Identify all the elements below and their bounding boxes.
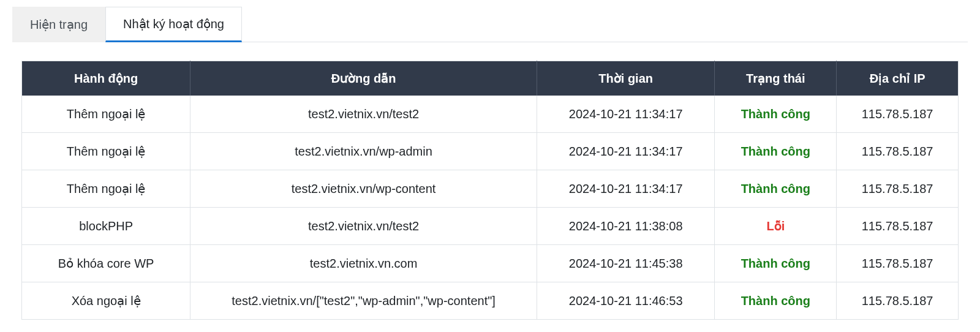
cell-time: 2024-10-21 11:38:08 [537,208,715,245]
cell-time: 2024-10-21 11:34:17 [537,96,715,133]
cell-status: Thành công [715,96,837,133]
cell-path: test2.vietnix.vn/test2 [190,208,537,245]
cell-path: test2.vietnix.vn/wp-content [190,170,537,208]
cell-path: test2.vietnix.vn/test2 [190,96,537,133]
cell-status: Thành công [715,245,837,282]
status-badge: Lỗi [766,219,785,233]
tab-status[interactable]: Hiện trạng [12,7,105,42]
table-row: Thêm ngoại lệtest2.vietnix.vn/wp-admin20… [22,133,959,170]
cell-time: 2024-10-21 11:34:17 [537,133,715,170]
header-ip: Địa chỉ IP [837,61,959,96]
cell-status: Lỗi [715,208,837,245]
header-status: Trạng thái [715,61,837,96]
cell-action: Bỏ khóa core WP [22,245,190,282]
table-header-row: Hành động Đường dẫn Thời gian Trạng thái… [22,61,959,96]
cell-action: Xóa ngoại lệ [22,282,190,320]
cell-ip: 115.78.5.187 [837,96,959,133]
cell-time: 2024-10-21 11:34:17 [537,170,715,208]
activity-log-table: Hành động Đường dẫn Thời gian Trạng thái… [21,61,959,320]
table-row: Xóa ngoại lệtest2.vietnix.vn/["test2","w… [22,282,959,320]
cell-time: 2024-10-21 11:46:53 [537,282,715,320]
status-badge: Thành công [741,182,810,195]
cell-ip: 115.78.5.187 [837,208,959,245]
cell-status: Thành công [715,133,837,170]
cell-action: Thêm ngoại lệ [22,96,190,133]
cell-ip: 115.78.5.187 [837,170,959,208]
cell-action: Thêm ngoại lệ [22,170,190,208]
status-badge: Thành công [741,107,810,121]
cell-path: test2.vietnix.vn/wp-admin [190,133,537,170]
cell-ip: 115.78.5.187 [837,282,959,320]
status-badge: Thành công [741,145,810,158]
table-row: blockPHPtest2.vietnix.vn/test22024-10-21… [22,208,959,245]
tabs-bar: Hiện trạng Nhật ký hoạt động [12,6,968,42]
cell-ip: 115.78.5.187 [837,245,959,282]
header-time: Thời gian [537,61,715,96]
header-path: Đường dẫn [190,61,537,96]
cell-ip: 115.78.5.187 [837,133,959,170]
tab-activity-log[interactable]: Nhật ký hoạt động [105,7,242,42]
status-badge: Thành công [741,294,810,307]
cell-time: 2024-10-21 11:45:38 [537,245,715,282]
cell-action: blockPHP [22,208,190,245]
cell-path: test2.vietnix.vn.com [190,245,537,282]
table-row: Thêm ngoại lệtest2.vietnix.vn/test22024-… [22,96,959,133]
header-action: Hành động [22,61,190,96]
cell-status: Thành công [715,282,837,320]
cell-action: Thêm ngoại lệ [22,133,190,170]
cell-status: Thành công [715,170,837,208]
cell-path: test2.vietnix.vn/["test2","wp-admin","wp… [190,282,537,320]
table-row: Bỏ khóa core WPtest2.vietnix.vn.com2024-… [22,245,959,282]
table-row: Thêm ngoại lệtest2.vietnix.vn/wp-content… [22,170,959,208]
status-badge: Thành công [741,257,810,270]
